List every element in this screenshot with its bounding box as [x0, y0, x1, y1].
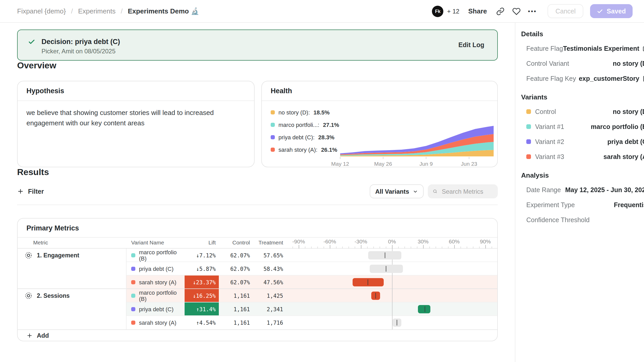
metric-group-sessions[interactable]: 2. Sessions — [18, 289, 126, 329]
table-row[interactable]: sarah story (A) ↑4.54% 1,161 1,716 — [127, 316, 497, 329]
control-cell: 1,161 — [219, 302, 251, 315]
feature-flag-value[interactable]: Testimonials Experiment — [563, 45, 644, 52]
metric-name: 2. Sessions — [37, 292, 70, 299]
treatment-cell: 57.65% — [251, 249, 285, 262]
legend-swatch — [271, 135, 275, 139]
variant-swatch — [526, 109, 531, 114]
feature-flag-label: Feature Flag — [526, 45, 563, 52]
table-body: 1. Engagement 2. Sessions marco portfoli… — [18, 249, 497, 329]
breadcrumb-project[interactable]: Fixpanel {demo} — [17, 7, 66, 15]
variant-name-cell: marco portfolio (B) — [127, 249, 185, 262]
x-tick-label: Jun 23 — [461, 161, 477, 167]
legend-item: marco portfoli...: 27.1% — [271, 119, 339, 131]
variant-name-cell: sarah story (A) — [127, 316, 185, 329]
decision-subtitle: Picker, Amit on 08/05/2025 — [41, 48, 120, 55]
experiments-page: Fixpanel {demo} / Experiments / Experime… — [0, 0, 644, 362]
variant-value: no story (D) — [613, 108, 644, 115]
variants-filter-dropdown[interactable]: All Variants — [369, 184, 424, 198]
ci-marker — [397, 320, 397, 325]
variant-row: Variant #2 priya debt (C) — [521, 134, 644, 149]
lift-cell: ↓5.87% — [185, 262, 219, 275]
analysis-heading: Analysis — [521, 171, 644, 180]
confidence-threshold-label: Confidence Threshold — [526, 216, 590, 223]
legend-label: sarah story (A): — [278, 147, 317, 153]
more-options-button[interactable]: ••• — [528, 8, 537, 15]
table-row[interactable]: marco portfolio (B) ↓7.12% 62.07% 57.65% — [127, 249, 497, 262]
table-row[interactable]: sarah story (A) ↓23.37% 62.07% 47.56% — [127, 276, 497, 289]
top-bar: Fixpanel {demo} / Experiments / Experime… — [0, 0, 644, 23]
ci-marker — [375, 293, 376, 298]
axis-major-ticks — [291, 245, 498, 249]
legend-label: priya debt (C): — [278, 134, 314, 140]
main-content: Decision: priya debt (C) Picker, Amit on… — [0, 23, 515, 362]
ci-bar — [371, 291, 380, 300]
breadcrumb-separator: / — [71, 7, 73, 15]
plus-icon — [26, 332, 33, 339]
lift-cell: ↓23.37% — [185, 276, 219, 288]
variant-value: sarah story (A) — [603, 153, 644, 160]
table-row[interactable]: marco portfolio (B) ↓16.25% 1,161 1,425 — [127, 289, 497, 302]
copy-clipboard-icon[interactable] — [642, 75, 644, 82]
external-link-icon[interactable] — [642, 45, 644, 52]
avatar[interactable]: Fk — [432, 5, 444, 17]
favorite-heart-icon[interactable] — [512, 6, 521, 16]
treatment-cell: 58.43% — [251, 262, 285, 275]
search-metrics-box — [428, 184, 498, 198]
variant-swatch — [131, 293, 135, 298]
table-row[interactable]: priya debt (C) ↓5.87% 62.07% 58.43% — [127, 262, 497, 276]
variant-swatch — [131, 280, 135, 284]
ci-bar — [418, 305, 430, 313]
cancel-button[interactable]: Cancel — [548, 4, 583, 18]
details-sidebar: Details Feature Flag Testimonials Experi… — [515, 23, 644, 362]
confidence-interval-cell — [291, 249, 498, 262]
chevron-down-icon — [413, 189, 418, 194]
col-control: Control — [219, 238, 251, 248]
variant-name-cell: priya debt (C) — [127, 302, 185, 315]
ci-marker — [386, 266, 387, 271]
variant-swatch — [526, 154, 531, 159]
ci-zero-line — [392, 249, 393, 329]
share-button[interactable]: Share — [468, 7, 487, 15]
search-metrics-input[interactable] — [441, 187, 493, 196]
control-cell: 1,161 — [219, 289, 251, 302]
health-x-axis: May 12May 26Jun 9Jun 23 — [340, 161, 494, 167]
hypothesis-card: Hypothesis we believe that showing custo… — [17, 81, 255, 167]
collaborators-count[interactable]: + 12 — [447, 8, 459, 15]
copy-link-icon[interactable] — [496, 6, 505, 16]
feature-flag-key-value: exp_customerStory — [579, 75, 644, 82]
breadcrumb-experiments[interactable]: Experiments — [78, 7, 116, 15]
saved-label: Saved — [607, 8, 626, 15]
ci-axis-label: -60% — [323, 238, 336, 244]
legend-value: 28.3% — [318, 134, 334, 140]
variant-label: Control — [526, 108, 556, 115]
treatment-cell: 47.56% — [251, 276, 285, 288]
treatment-cell: 1,425 — [251, 289, 285, 302]
control-variant-value: no story (D) — [613, 60, 644, 67]
health-card: Health no story (D): 18.5% marco portfol… — [261, 81, 498, 167]
metric-column: 1. Engagement 2. Sessions — [18, 249, 127, 329]
col-metric: Metric — [18, 238, 127, 248]
experiment-type-label: Experiment Type — [526, 201, 575, 208]
breadcrumb-separator: / — [121, 7, 123, 15]
edit-log-button[interactable]: Edit Log — [458, 41, 484, 49]
health-title: Health — [262, 81, 497, 101]
ci-axis-label: 0% — [388, 238, 396, 244]
table-row[interactable]: priya debt (C) ↑31.4% 1,161 2,341 — [127, 302, 497, 316]
legend-swatch — [271, 123, 275, 127]
results-heading: Results — [17, 167, 498, 178]
confidence-interval-cell — [291, 289, 498, 302]
ci-marker — [368, 279, 368, 285]
add-label: Add — [37, 332, 49, 339]
overview-heading: Overview — [17, 61, 498, 71]
add-metric-button[interactable]: Add — [18, 329, 497, 341]
experiment-type-value: Frequentist — [614, 201, 644, 208]
plus-icon — [17, 188, 24, 195]
overview-cards: Hypothesis we believe that showing custo… — [17, 81, 498, 167]
saved-button[interactable]: Saved — [590, 4, 633, 18]
add-filter-button[interactable]: Filter — [17, 188, 44, 195]
confidence-interval-cell — [291, 262, 498, 275]
metric-group-engagement[interactable]: 1. Engagement — [18, 249, 126, 289]
hypothesis-body: we believe that showing customer stories… — [18, 101, 254, 129]
search-icon — [433, 188, 437, 195]
health-body: no story (D): 18.5% marco portfoli...: 2… — [262, 101, 497, 167]
